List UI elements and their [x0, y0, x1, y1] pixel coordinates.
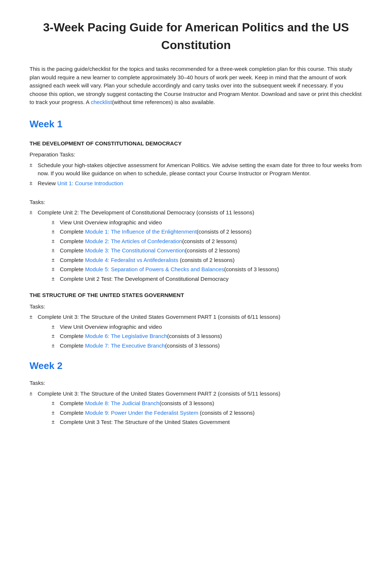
module4-link[interactable]: Module 4: Federalist vs Antifederalists [85, 257, 178, 263]
week2-task-list: Complete Unit 3: The Structure of the Un… [30, 390, 362, 427]
subtask-module1: Complete Module 1: The Influence of the … [52, 228, 362, 236]
module2-link[interactable]: Module 2: The Articles of Confederation [85, 238, 182, 244]
module1-link[interactable]: Module 1: The Influence of the Enlighten… [85, 228, 196, 235]
module7-link[interactable]: Module 7: The Executive Branch [85, 342, 165, 349]
subtask-module6: Complete Module 6: The Legislative Branc… [52, 332, 362, 341]
module3-link[interactable]: Module 3: The Constitutional Convention [85, 247, 185, 253]
prep-item-2-text: Review [38, 180, 57, 186]
module8-link[interactable]: Module 8: The Judicial Branch [85, 400, 159, 406]
week2-tasks-label: Tasks: [30, 379, 362, 387]
subtask-module9: Complete Module 9: Power Under the Feder… [52, 409, 362, 417]
week2-task-unit3-part2: Complete Unit 3: The Structure of the Un… [30, 390, 362, 427]
week1-task-unit2-text: Complete Unit 2: The Development of Cons… [38, 209, 254, 215]
subtask-module7: Complete Module 7: The Executive Branch(… [52, 342, 362, 350]
week1-section2-subtask-list: View Unit Overview infographic and video… [38, 323, 362, 350]
week1-subtask-list: View Unit Overview infographic and video… [38, 218, 362, 283]
subtask-module5: Complete Module 5: Separation of Powers … [52, 265, 362, 274]
week2-section: Tasks: Complete Unit 3: The Structure of… [30, 379, 362, 427]
module5-link[interactable]: Module 5: Separation of Powers & Checks … [85, 266, 224, 272]
week1-task-unit3-part1: Complete Unit 3: The Structure of the Un… [30, 313, 362, 350]
intro-suffix: (without time references) is also availa… [112, 99, 215, 105]
subtask-module4: Complete Module 4: Federalist vs Antifed… [52, 256, 362, 265]
week1-tasks-label: Tasks: [30, 198, 362, 207]
intro-paragraph: This is the pacing guide/checklist for t… [30, 65, 362, 107]
module9-link[interactable]: Module 9: Power Under the Federalist Sys… [85, 410, 198, 416]
module6-link[interactable]: Module 6: The Legislative Branch [85, 333, 167, 339]
week2-subtask-list: Complete Module 8: The Judicial Branch(c… [38, 399, 362, 427]
week1-section2-heading: THE STRUCTURE OF THE UNITED STATES GOVER… [30, 291, 362, 300]
week1-task-unit2: Complete Unit 2: The Development of Cons… [30, 208, 362, 283]
checklist-link[interactable]: checklist [91, 99, 112, 105]
week1-section2-tasks-label: Tasks: [30, 303, 362, 311]
week1-task-list: Complete Unit 2: The Development of Cons… [30, 208, 362, 283]
page-title: 3-Week Pacing Guide for American Politic… [30, 18, 362, 54]
subtask-view-overview-2: View Unit Overview infographic and video [52, 323, 362, 331]
subtask-unit3-test: Complete Unit 3 Test: The Structure of t… [52, 418, 362, 427]
prep-label: Preparation Tasks: [30, 151, 362, 159]
prep-item-1: Schedule your high-stakes objective asse… [30, 161, 362, 178]
unit1-link[interactable]: Unit 1: Course Introduction [57, 180, 123, 186]
prep-item-2: Review Unit 1: Course Introduction [30, 179, 362, 188]
week2-heading: Week 2 [30, 359, 362, 373]
subtask-module8: Complete Module 8: The Judicial Branch(c… [52, 399, 362, 408]
subtask-module2: Complete Module 2: The Articles of Confe… [52, 237, 362, 246]
week1-section2-task-list: Complete Unit 3: The Structure of the Un… [30, 313, 362, 350]
week1-section1: THE DEVELOPMENT OF CONSTITUTIONAL DEMOCR… [30, 139, 362, 283]
subtask-unit2-test: Complete Unit 2 Test: The Development of… [52, 275, 362, 283]
subtask-view-overview: View Unit Overview infographic and video [52, 218, 362, 227]
subtask-module3: Complete Module 3: The Constitutional Co… [52, 246, 362, 255]
week1-section2: THE STRUCTURE OF THE UNITED STATES GOVER… [30, 291, 362, 350]
week1-heading: Week 1 [30, 117, 362, 131]
week1-section1-heading: THE DEVELOPMENT OF CONSTITUTIONAL DEMOCR… [30, 139, 362, 148]
prep-task-list: Schedule your high-stakes objective asse… [30, 161, 362, 188]
prep-item-1-text: Schedule your high-stakes objective asse… [38, 162, 362, 177]
